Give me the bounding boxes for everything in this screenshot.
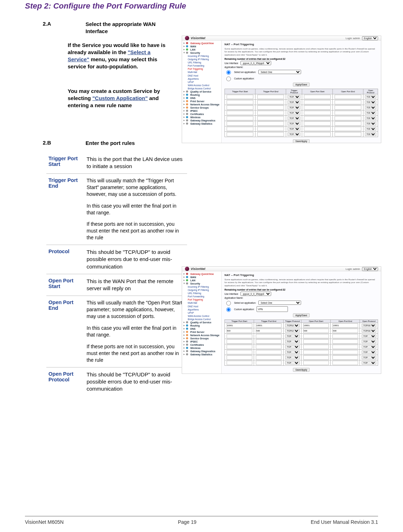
sidebar-svcgrp[interactable]: Service Groups <box>184 106 220 109</box>
port-input[interactable] <box>227 121 253 126</box>
sidebar-security-item[interactable]: Algorithms <box>188 77 220 80</box>
language-select[interactable]: English <box>362 267 378 271</box>
router-sidebar[interactable]: Gateway QuickView WAN LAN Security Incom… <box>182 41 222 143</box>
sidebar-lan[interactable]: LAN <box>184 279 220 282</box>
port-input[interactable] <box>335 116 361 120</box>
port-input[interactable] <box>332 329 358 333</box>
sidebar-security-item[interactable]: Incoming IP Filtering <box>188 54 220 58</box>
sidebar-nas[interactable]: Network Access Storage <box>184 334 220 337</box>
sidebar-routing[interactable]: Routing <box>184 324 220 327</box>
port-input[interactable] <box>257 121 284 126</box>
protocol-select[interactable]: TCP/UDP <box>362 324 376 327</box>
custom-app-radio[interactable] <box>226 307 231 312</box>
protocol-select[interactable]: TCP <box>285 350 300 354</box>
port-input[interactable] <box>304 121 331 126</box>
port-input[interactable] <box>303 361 329 365</box>
sidebar-wan[interactable]: WAN <box>184 276 220 278</box>
port-input[interactable] <box>303 334 329 338</box>
protocol-select[interactable]: TCP <box>362 345 376 349</box>
apply-save-button-top[interactable]: Apply/Save <box>293 83 310 87</box>
sidebar-gdiag[interactable]: Gateway Diagnostics <box>184 350 220 353</box>
sidebar-lan[interactable]: LAN <box>184 48 220 51</box>
sidebar-print[interactable]: Print Server <box>184 330 220 333</box>
protocol-select[interactable]: TCP/UDP <box>285 324 300 327</box>
router-sidebar[interactable]: Gateway QuickView WAN LAN Security Incom… <box>182 271 222 374</box>
protocol-select[interactable]: TCP <box>365 116 376 120</box>
port-input[interactable] <box>304 95 331 99</box>
protocol-select[interactable]: TCP <box>288 127 300 131</box>
port-input[interactable] <box>257 116 284 120</box>
sidebar-security-item[interactable]: DMZ Host <box>188 305 220 308</box>
language-select[interactable]: English <box>362 36 378 40</box>
port-input[interactable] <box>332 345 358 349</box>
protocol-select[interactable]: TCP <box>365 127 376 131</box>
port-input[interactable] <box>227 345 252 349</box>
protocol-select[interactable]: TCP/UDP <box>362 329 376 333</box>
port-input[interactable] <box>256 334 281 338</box>
port-input[interactable] <box>335 132 361 136</box>
sidebar-quickview[interactable]: Gateway QuickView <box>184 42 220 45</box>
sidebar-security[interactable]: Security <box>184 282 220 285</box>
protocol-select[interactable]: TCP <box>285 361 300 365</box>
sidebar-security-item[interactable]: WAN Access Control <box>188 84 220 87</box>
port-input[interactable] <box>303 355 329 360</box>
protocol-select[interactable]: TCP <box>362 334 376 338</box>
port-input[interactable] <box>227 111 253 115</box>
port-input[interactable] <box>227 350 252 354</box>
protocol-select[interactable]: TCP <box>288 100 300 104</box>
protocol-select[interactable]: TCP <box>362 350 376 354</box>
protocol-select[interactable]: TCP <box>365 132 376 136</box>
port-input[interactable] <box>227 127 253 131</box>
sidebar-qos[interactable]: Quality of Service <box>184 90 220 93</box>
sidebar-wan[interactable]: WAN <box>184 45 220 48</box>
port-input[interactable] <box>303 339 329 344</box>
port-input[interactable] <box>256 350 281 354</box>
port-input[interactable] <box>256 329 281 333</box>
sidebar-qos[interactable]: Quality of Service <box>184 321 220 324</box>
port-input[interactable] <box>332 339 358 344</box>
protocol-select[interactable]: TCP <box>362 340 376 343</box>
sidebar-gstat[interactable]: Gateway Statistics <box>184 122 220 125</box>
port-input[interactable] <box>335 111 361 115</box>
interface-select[interactable]: pppoe_0_0_35/ppp0 <box>241 61 271 65</box>
save-apply-button-bottom[interactable]: Save/Apply <box>293 368 310 372</box>
sidebar-cert[interactable]: Certificates <box>184 343 220 346</box>
port-input[interactable] <box>256 323 281 328</box>
sidebar-security-item[interactable]: Multi-Nat <box>188 301 220 304</box>
sidebar-security[interactable]: Security <box>184 51 220 54</box>
sidebar-security-item[interactable]: Port Forwarding <box>188 64 220 67</box>
port-input[interactable] <box>304 116 331 120</box>
port-input[interactable] <box>257 132 284 136</box>
port-input[interactable] <box>304 105 331 110</box>
sidebar-security-item[interactable]: Outgoing IP Filtering <box>188 288 220 292</box>
port-input[interactable] <box>227 329 252 333</box>
port-input[interactable] <box>335 105 361 110</box>
port-input[interactable] <box>332 350 358 354</box>
protocol-select[interactable]: TCP <box>285 356 300 359</box>
sidebar-wifi[interactable]: Wireless <box>184 346 220 349</box>
protocol-select[interactable]: TCP <box>362 361 376 365</box>
sidebar-nas[interactable]: Network Access Storage <box>184 103 220 106</box>
interface-select[interactable]: pppoe_0_0_35/ppp0 <box>241 292 271 296</box>
port-input[interactable] <box>335 127 361 131</box>
sidebar-security-item[interactable]: Outgoing IP Filtering <box>188 58 220 61</box>
custom-app-input[interactable] <box>257 306 288 312</box>
port-input[interactable] <box>303 323 329 328</box>
sidebar-security-item[interactable]: Algorithms <box>188 308 220 311</box>
port-input[interactable] <box>257 111 284 115</box>
protocol-select[interactable]: TCP <box>285 340 300 343</box>
port-input[interactable] <box>332 334 358 338</box>
apply-save-button-top[interactable]: Apply/Save <box>293 313 310 317</box>
port-input[interactable] <box>304 127 331 131</box>
sidebar-wifi[interactable]: Wireless <box>184 116 220 119</box>
port-input[interactable] <box>227 339 252 344</box>
sidebar-security-item[interactable]: Multi-Nat <box>188 71 220 74</box>
sidebar-security-item[interactable]: WAN Access Control <box>188 314 220 318</box>
port-input[interactable] <box>256 339 281 344</box>
sidebar-routing[interactable]: Routing <box>184 93 220 96</box>
port-input[interactable] <box>227 100 253 104</box>
sidebar-ipsec[interactable]: IPSEC <box>184 340 220 343</box>
sidebar-security-item[interactable]: Bridge Access Control <box>188 87 220 90</box>
port-input[interactable] <box>303 345 329 349</box>
port-input[interactable] <box>303 329 329 333</box>
